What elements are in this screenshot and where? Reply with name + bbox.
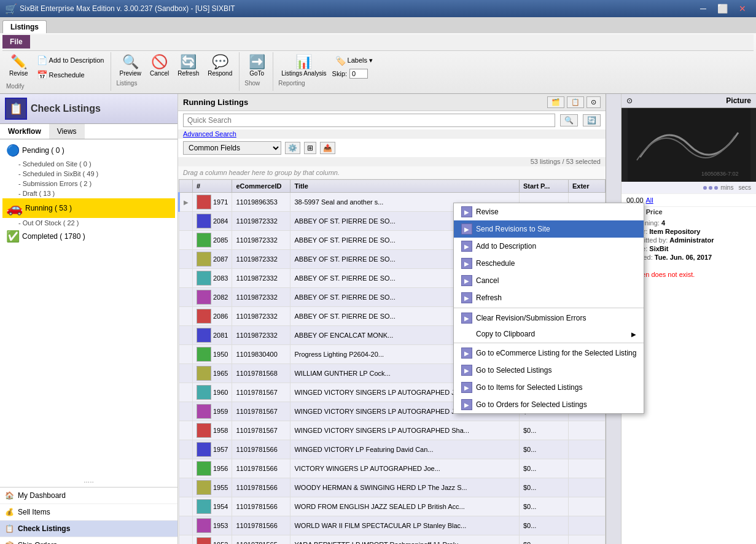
- col-title[interactable]: Title: [290, 180, 520, 193]
- header-icon-btn2[interactable]: 📋: [567, 96, 584, 108]
- quick-search-input[interactable]: [183, 114, 555, 127]
- preview-button[interactable]: 🔍 Preview: [116, 53, 144, 79]
- row-num-cell: 2085: [193, 231, 232, 250]
- menu-item-label: Copy to Clipboard: [476, 330, 535, 338]
- filter-export-btn[interactable]: 📤: [320, 142, 335, 154]
- filter-gear-btn[interactable]: ⚙️: [285, 142, 300, 154]
- goto-icon: ➡️: [249, 55, 265, 69]
- row-num-cell: 1957: [193, 440, 232, 459]
- row-thumbnail: [197, 404, 211, 419]
- col-row-num: [179, 180, 193, 193]
- row-num: 1953: [213, 522, 228, 529]
- scheduled-in-sixbit[interactable]: - Scheduled in SixBit ( 49 ): [15, 169, 175, 179]
- restore-button[interactable]: ⬜: [712, 2, 733, 15]
- context-menu-item-send-revisions[interactable]: ▶Send Revisions to Site: [454, 220, 644, 238]
- context-menu-item-goto-items[interactable]: ▶Go to Items for Selected Listings: [454, 379, 644, 396]
- col-ecommerce-id[interactable]: eCommerceID: [232, 180, 290, 193]
- table-row[interactable]: 1956 11019781566 VICTORY WINGERS LP AUTO…: [179, 459, 606, 478]
- row-ext: [569, 440, 606, 459]
- cancel-button[interactable]: 🚫 Cancel: [147, 53, 172, 79]
- col-hash[interactable]: #: [193, 180, 232, 193]
- context-menu-item-goto-selected[interactable]: ▶Go to Selected Listings: [454, 362, 644, 379]
- context-menu-item-refresh[interactable]: ▶Refresh: [454, 289, 644, 306]
- info-submitted: Submitted by: Administrator: [626, 236, 751, 244]
- row-thumbnail: [197, 347, 211, 362]
- file-menu-button[interactable]: File: [2, 35, 30, 49]
- context-menu-item-copy-clipboard[interactable]: Copy to Clipboard▶: [454, 327, 644, 341]
- col-ext[interactable]: Exter: [569, 180, 606, 193]
- tree-item-running[interactable]: 🚗 Running ( 53 ): [2, 198, 175, 218]
- scheduled-on-site[interactable]: - Scheduled on Site ( 0 ): [15, 159, 175, 169]
- minimize-button[interactable]: ─: [695, 2, 711, 15]
- advanced-search-link[interactable]: Advanced Search: [178, 130, 606, 139]
- reschedule-button[interactable]: 📅 Reschedule: [34, 68, 107, 82]
- context-menu-item-reschedule[interactable]: ▶Reschedule: [454, 255, 644, 272]
- nav-ship-orders[interactable]: 📦 Ship Orders: [0, 537, 177, 544]
- header-circle-btn[interactable]: ⊙: [586, 96, 601, 108]
- search-button[interactable]: 🔍: [560, 114, 578, 126]
- row-num-cell: 1971: [193, 193, 232, 212]
- table-row[interactable]: 1955 11019781566 WOODY HERMAN & SWINGING…: [179, 478, 606, 497]
- sell-label: Sell Items: [18, 508, 50, 516]
- col-start[interactable]: Start P...: [520, 180, 569, 193]
- detail-title: ⊙: [626, 96, 633, 105]
- title-bar: 🛒 SixBit Enterprise Max Edition v. 3.00.…: [0, 0, 756, 17]
- table-row[interactable]: 1957 11019781566 WINGED VICTORY LP Featu…: [179, 440, 606, 459]
- context-menu-item-goto-ecommerce[interactable]: ▶Go to eCommerce Listing for the Selecte…: [454, 344, 644, 362]
- row-num: 1960: [213, 389, 228, 396]
- reschedule-label: Reschedule: [49, 71, 85, 79]
- menu-item-label: Go to Selected Listings: [476, 366, 551, 375]
- refresh-search-button[interactable]: 🔄: [583, 114, 601, 126]
- row-arrow-cell: [179, 478, 193, 497]
- out-of-stock[interactable]: - Out Of Stock ( 22 ): [15, 218, 175, 228]
- draft[interactable]: - Draft ( 13 ): [15, 188, 175, 198]
- price-all-link[interactable]: All: [646, 196, 653, 204]
- row-thumbnail: [197, 233, 211, 247]
- context-menu-item-revise[interactable]: ▶Revise: [454, 203, 644, 220]
- listings-analysis-button[interactable]: 📊 Listings Analysis: [278, 53, 329, 79]
- row-num: 1957: [213, 446, 228, 453]
- revise-button[interactable]: ✏️ Revise: [6, 53, 31, 82]
- timer-dot-3: [714, 186, 718, 190]
- tab-views[interactable]: Views: [49, 124, 85, 139]
- tab-listings[interactable]: Listings: [2, 20, 47, 33]
- tree-item-pending[interactable]: 🔵 Pending ( 0 ): [2, 142, 175, 159]
- add-to-description-button[interactable]: 📄 Add to Description: [34, 53, 107, 67]
- cancel-icon: 🚫: [151, 55, 168, 69]
- running-icon: 🚗: [6, 200, 23, 216]
- window-controls[interactable]: ─ ⬜ ✕: [695, 2, 751, 15]
- table-row[interactable]: 1953 11019781566 WORLD WAR II FILM SPECT…: [179, 516, 606, 535]
- row-ecommerce-id: 11019830400: [232, 345, 290, 364]
- row-ecommerce-id: 11019781567: [232, 383, 290, 402]
- submission-errors[interactable]: - Submission Errors ( 2 ): [15, 179, 175, 188]
- preview-icon: 🔍: [122, 55, 139, 69]
- skip-label: Skip:: [332, 70, 347, 77]
- skip-input[interactable]: [349, 69, 368, 79]
- nav-sell[interactable]: 💰 Sell Items: [0, 504, 177, 521]
- refresh-button[interactable]: 🔄 Refresh: [174, 53, 202, 79]
- goto-button[interactable]: ➡️ GoTo: [244, 53, 269, 79]
- tree-item-completed[interactable]: ✅ Completed ( 1780 ): [2, 228, 175, 245]
- pending-children: - Scheduled on Site ( 0 ) - Scheduled in…: [2, 159, 175, 198]
- table-row[interactable]: 1952 11019781565 YARA BERNETTE LP IMPORT…: [179, 535, 606, 545]
- context-menu-item-clear-errors[interactable]: ▶Clear Revision/Submission Errors: [454, 309, 644, 327]
- table-row[interactable]: 1954 11019781566 WORD FROM ENGLISH JAZZ …: [179, 497, 606, 516]
- dashboard-icon: 🏠: [5, 491, 14, 500]
- context-menu-item-goto-orders[interactable]: ▶Go to Orders for Selected Listings: [454, 396, 644, 413]
- row-arrow-cell: [179, 288, 193, 307]
- table-row[interactable]: 1958 11019781567 WINGED VICTORY SINGERS …: [179, 421, 606, 440]
- filter-col-btn[interactable]: ⊞: [304, 142, 316, 154]
- ribbon: File ✏️ Revise 📄 Add to Description 📅 Re…: [0, 33, 756, 94]
- tab-workflow[interactable]: Workflow: [0, 124, 49, 139]
- nav-check-listings[interactable]: 📋 Check Listings: [0, 521, 177, 537]
- row-num-cell: 2082: [193, 288, 232, 307]
- header-icon-btn1[interactable]: 🗂️: [547, 96, 564, 108]
- row-arrow-cell: [179, 497, 193, 516]
- labels-button[interactable]: 🏷️ Labels ▾: [332, 54, 376, 68]
- context-menu-item-add-to-desc[interactable]: ▶Add to Description: [454, 238, 644, 255]
- respond-button[interactable]: 💬 Respond: [205, 53, 235, 79]
- filter-select[interactable]: Common Fields: [183, 141, 281, 155]
- nav-dashboard[interactable]: 🏠 My Dashboard: [0, 488, 177, 504]
- close-button[interactable]: ✕: [734, 2, 751, 15]
- context-menu-item-cancel[interactable]: ▶Cancel: [454, 272, 644, 289]
